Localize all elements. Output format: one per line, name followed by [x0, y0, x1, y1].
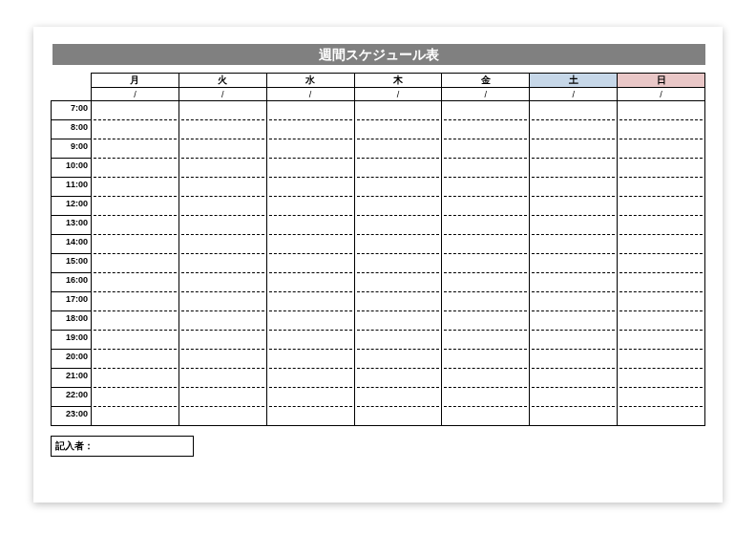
schedule-cell[interactable] — [92, 331, 179, 350]
schedule-cell[interactable] — [618, 369, 705, 388]
schedule-cell[interactable] — [442, 178, 530, 197]
schedule-cell[interactable] — [92, 350, 179, 369]
author-field[interactable]: 記入者： — [51, 436, 194, 457]
schedule-cell[interactable] — [354, 178, 442, 197]
schedule-cell[interactable] — [266, 197, 354, 216]
schedule-cell[interactable] — [92, 101, 179, 120]
schedule-cell[interactable] — [442, 350, 530, 369]
schedule-cell[interactable] — [266, 216, 354, 235]
schedule-cell[interactable] — [266, 254, 354, 273]
schedule-cell[interactable] — [266, 292, 354, 311]
schedule-cell[interactable] — [178, 407, 266, 426]
schedule-cell[interactable] — [178, 331, 266, 350]
schedule-cell[interactable] — [92, 311, 179, 331]
date-cell[interactable]: / — [618, 88, 705, 101]
schedule-cell[interactable] — [178, 311, 266, 331]
schedule-cell[interactable] — [530, 407, 618, 426]
schedule-cell[interactable] — [618, 216, 705, 235]
date-cell[interactable]: / — [178, 88, 266, 101]
schedule-cell[interactable] — [178, 101, 266, 120]
schedule-cell[interactable] — [354, 139, 442, 159]
schedule-cell[interactable] — [530, 273, 618, 292]
date-cell[interactable]: / — [442, 88, 530, 101]
schedule-cell[interactable] — [618, 120, 705, 139]
schedule-cell[interactable] — [618, 235, 705, 254]
schedule-cell[interactable] — [618, 197, 705, 216]
schedule-cell[interactable] — [92, 178, 179, 197]
schedule-cell[interactable] — [442, 139, 530, 159]
schedule-cell[interactable] — [266, 407, 354, 426]
schedule-cell[interactable] — [266, 369, 354, 388]
schedule-cell[interactable] — [266, 101, 354, 120]
schedule-cell[interactable] — [442, 235, 530, 254]
schedule-cell[interactable] — [178, 178, 266, 197]
schedule-cell[interactable] — [92, 197, 179, 216]
schedule-cell[interactable] — [178, 388, 266, 407]
schedule-cell[interactable] — [266, 139, 354, 159]
schedule-cell[interactable] — [442, 197, 530, 216]
schedule-cell[interactable] — [354, 311, 442, 331]
schedule-cell[interactable] — [530, 178, 618, 197]
schedule-cell[interactable] — [530, 216, 618, 235]
schedule-cell[interactable] — [92, 139, 179, 159]
schedule-cell[interactable] — [92, 273, 179, 292]
schedule-cell[interactable] — [266, 331, 354, 350]
schedule-cell[interactable] — [442, 216, 530, 235]
schedule-cell[interactable] — [178, 216, 266, 235]
schedule-cell[interactable] — [442, 159, 530, 178]
schedule-cell[interactable] — [618, 388, 705, 407]
schedule-cell[interactable] — [442, 120, 530, 139]
schedule-cell[interactable] — [618, 139, 705, 159]
schedule-cell[interactable] — [178, 120, 266, 139]
schedule-cell[interactable] — [442, 292, 530, 311]
schedule-cell[interactable] — [266, 235, 354, 254]
schedule-cell[interactable] — [178, 292, 266, 311]
date-cell[interactable]: / — [530, 88, 618, 101]
schedule-cell[interactable] — [530, 197, 618, 216]
schedule-cell[interactable] — [266, 273, 354, 292]
schedule-cell[interactable] — [354, 350, 442, 369]
schedule-cell[interactable] — [92, 292, 179, 311]
schedule-cell[interactable] — [442, 101, 530, 120]
schedule-cell[interactable] — [618, 254, 705, 273]
schedule-cell[interactable] — [618, 311, 705, 331]
schedule-cell[interactable] — [618, 350, 705, 369]
schedule-cell[interactable] — [92, 120, 179, 139]
schedule-cell[interactable] — [92, 216, 179, 235]
schedule-cell[interactable] — [266, 159, 354, 178]
schedule-cell[interactable] — [618, 178, 705, 197]
date-cell[interactable]: / — [266, 88, 354, 101]
schedule-cell[interactable] — [178, 197, 266, 216]
schedule-cell[interactable] — [354, 388, 442, 407]
schedule-cell[interactable] — [618, 407, 705, 426]
schedule-cell[interactable] — [178, 254, 266, 273]
schedule-cell[interactable] — [530, 388, 618, 407]
schedule-cell[interactable] — [530, 235, 618, 254]
schedule-cell[interactable] — [354, 159, 442, 178]
schedule-cell[interactable] — [266, 120, 354, 139]
schedule-cell[interactable] — [618, 273, 705, 292]
schedule-cell[interactable] — [354, 216, 442, 235]
schedule-cell[interactable] — [354, 120, 442, 139]
schedule-cell[interactable] — [530, 139, 618, 159]
schedule-cell[interactable] — [354, 273, 442, 292]
schedule-cell[interactable] — [618, 331, 705, 350]
schedule-cell[interactable] — [618, 159, 705, 178]
schedule-cell[interactable] — [618, 292, 705, 311]
schedule-cell[interactable] — [354, 197, 442, 216]
schedule-cell[interactable] — [530, 159, 618, 178]
schedule-cell[interactable] — [442, 273, 530, 292]
schedule-cell[interactable] — [266, 350, 354, 369]
schedule-cell[interactable] — [354, 407, 442, 426]
schedule-cell[interactable] — [530, 331, 618, 350]
schedule-cell[interactable] — [530, 120, 618, 139]
schedule-cell[interactable] — [442, 407, 530, 426]
schedule-cell[interactable] — [530, 254, 618, 273]
schedule-cell[interactable] — [266, 178, 354, 197]
schedule-cell[interactable] — [442, 388, 530, 407]
schedule-cell[interactable] — [92, 407, 179, 426]
schedule-cell[interactable] — [92, 235, 179, 254]
schedule-cell[interactable] — [178, 273, 266, 292]
schedule-cell[interactable] — [354, 292, 442, 311]
schedule-cell[interactable] — [354, 331, 442, 350]
